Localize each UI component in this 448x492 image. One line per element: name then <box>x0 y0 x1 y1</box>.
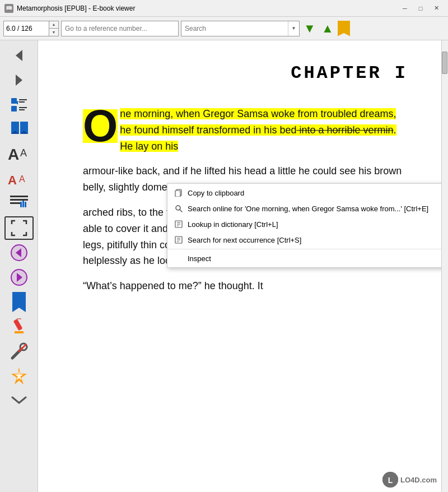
search-next-icon <box>174 235 183 244</box>
sidebar-prev-page[interactable] <box>4 44 34 67</box>
search-prev-button[interactable]: ▲ <box>320 21 335 36</box>
svg-text:A: A <box>8 146 19 163</box>
watermark-text: LO4D.com <box>400 476 437 484</box>
scrollbar-thumb[interactable] <box>442 52 447 74</box>
sidebar-highlight-button[interactable] <box>4 315 34 338</box>
paragraph-1: One morning, when Gregor Samsa woke from… <box>83 106 408 154</box>
menu-search-online[interactable]: Search online for 'One morning, when Gre… <box>167 201 441 216</box>
svg-rect-30 <box>15 331 24 333</box>
sidebar-layout-button[interactable] <box>4 192 34 215</box>
search-input[interactable] <box>181 21 288 36</box>
window-controls: ─ □ ✕ <box>398 3 444 14</box>
window-title: Metamorphosis [EPUB] - E-book viewer <box>17 4 398 12</box>
toolbar: ▲ ▼ ▼ ▼ ▲ <box>0 17 448 40</box>
search-container: ▼ <box>181 21 300 36</box>
search-next-button[interactable]: ▼ <box>302 21 318 36</box>
svg-rect-20 <box>22 201 24 207</box>
scrollbar[interactable] <box>441 40 448 492</box>
sidebar-fullscreen-button[interactable] <box>4 216 34 240</box>
bookmark-icon[interactable] <box>338 21 350 36</box>
close-button[interactable]: ✕ <box>429 3 444 14</box>
sidebar-plugins-button[interactable] <box>4 364 34 388</box>
svg-rect-21 <box>25 202 26 207</box>
svg-rect-2 <box>11 98 17 104</box>
app-icon: 📖 <box>4 4 13 13</box>
watermark: L LO4D.com <box>382 472 437 488</box>
svg-marker-0 <box>16 50 22 61</box>
maximize-button[interactable]: □ <box>413 3 428 14</box>
svg-rect-19 <box>10 202 21 204</box>
sidebar: A A A A <box>0 40 38 492</box>
sidebar-tools-button[interactable] <box>4 340 34 363</box>
menu-separator <box>167 249 441 249</box>
svg-text:A: A <box>20 147 27 159</box>
sidebar-bookmark-button[interactable] <box>4 118 34 141</box>
svg-line-41 <box>180 210 182 212</box>
svg-rect-6 <box>19 107 27 108</box>
context-menu: Copy to clipboard Search online for 'One… <box>167 183 441 268</box>
page-up-button[interactable]: ▲ <box>49 21 58 29</box>
svg-rect-3 <box>11 106 17 112</box>
svg-rect-17 <box>10 196 28 197</box>
menu-inspect[interactable]: Inspect <box>167 250 441 266</box>
svg-rect-4 <box>19 99 27 100</box>
svg-text:A: A <box>19 174 25 184</box>
sidebar-back-button[interactable] <box>4 241 34 264</box>
menu-search-next[interactable]: Search for next occurrence [Ctrl+S] <box>167 232 441 248</box>
minimize-button[interactable]: ─ <box>398 3 412 14</box>
menu-copy-label: Copy to clipboard <box>188 189 441 197</box>
title-bar: 📖 Metamorphosis [EPUB] - E-book viewer ─… <box>0 0 448 17</box>
chapter-title: CHAPTER I <box>83 63 408 83</box>
drop-cap: O <box>83 109 118 143</box>
highlighted-text: ne morning, when Gregor Samsa woke from … <box>120 108 396 152</box>
svg-text:L: L <box>388 476 393 485</box>
sidebar-font-smaller-button[interactable]: A A <box>4 167 34 191</box>
svg-marker-1 <box>16 75 22 86</box>
menu-search-online-label: Search online for 'One morning, when Gre… <box>188 205 441 213</box>
search-dropdown-button[interactable]: ▼ <box>288 21 299 36</box>
content-area: CHAPTER I One morning, when Gregor Samsa… <box>38 40 441 492</box>
sidebar-forward-button[interactable] <box>4 266 34 289</box>
svg-rect-7 <box>19 109 25 110</box>
page-navigation: ▲ ▼ <box>3 21 59 36</box>
page-down-button[interactable]: ▼ <box>49 29 58 36</box>
svg-rect-18 <box>10 199 28 201</box>
sidebar-save-bookmark-button[interactable] <box>4 290 34 314</box>
svg-rect-29 <box>13 319 22 331</box>
search-online-icon <box>174 204 183 213</box>
sidebar-next-page[interactable] <box>4 68 34 92</box>
menu-lookup-dict-label: Lookup in dictionary [Ctrl+L] <box>188 220 441 229</box>
svg-text:A: A <box>8 173 17 187</box>
sidebar-toc-button[interactable] <box>4 93 34 117</box>
watermark-logo: L <box>382 472 398 488</box>
reference-input[interactable] <box>61 21 179 36</box>
paragraph-4: “What’s happened to me?” he thought. It <box>83 278 408 294</box>
page-spinner: ▲ ▼ <box>49 21 58 36</box>
dict-icon <box>174 220 183 229</box>
page-input[interactable] <box>4 21 49 36</box>
sidebar-more-button[interactable] <box>4 389 34 412</box>
svg-rect-5 <box>19 101 25 103</box>
svg-rect-22 <box>20 202 22 207</box>
main-layout: A A A A <box>0 40 448 492</box>
menu-copy[interactable]: Copy to clipboard <box>167 185 441 201</box>
svg-rect-39 <box>175 191 180 197</box>
menu-lookup-dict[interactable]: Lookup in dictionary [Ctrl+L] <box>167 216 441 232</box>
menu-search-next-label: Search for next occurrence [Ctrl+S] <box>188 236 441 244</box>
sidebar-font-larger-button[interactable]: A A <box>4 142 34 166</box>
inspect-icon <box>174 254 183 263</box>
copy-icon <box>174 188 183 197</box>
menu-inspect-label: Inspect <box>188 254 441 263</box>
